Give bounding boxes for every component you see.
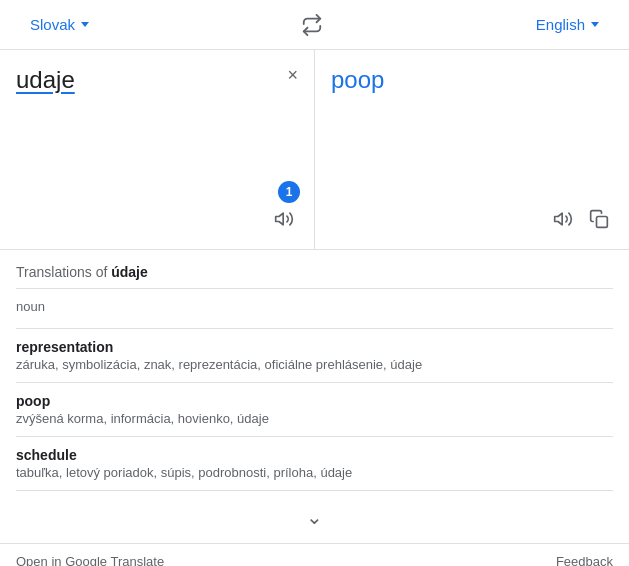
source-tts-button[interactable] — [270, 205, 298, 233]
translations-title-prefix: Translations of — [16, 264, 111, 280]
source-lang-chevron-icon — [81, 22, 89, 27]
feedback-link[interactable]: Feedback — [556, 554, 613, 566]
source-lang-button[interactable]: Slovak — [20, 10, 99, 39]
svg-rect-2 — [597, 217, 608, 228]
translations-title: Translations of údaje — [16, 250, 613, 289]
translation-synonyms-2: tabuľka, letový poriadok, súpis, podrobn… — [16, 465, 613, 480]
copy-icon — [589, 209, 609, 229]
target-lang-button[interactable]: English — [526, 10, 609, 39]
translation-entry-1: poop zvýšená korma, informácia, hovienko… — [16, 383, 613, 437]
translation-entry-0: representation záruka, symbolizácia, zna… — [16, 329, 613, 383]
speaker-icon — [553, 209, 573, 229]
target-lang-chevron-icon — [591, 22, 599, 27]
chevron-down-icon: ⌄ — [306, 506, 323, 528]
translated-text: poop — [331, 66, 613, 197]
clear-input-button[interactable]: × — [285, 64, 300, 86]
swap-languages-button[interactable] — [295, 8, 329, 42]
target-panel-icons — [331, 205, 613, 233]
part-of-speech-label: noun — [16, 299, 613, 314]
header: Slovak English — [0, 0, 629, 50]
footer: Open in Google Translate Feedback — [0, 543, 629, 566]
source-lang-label: Slovak — [30, 16, 75, 33]
translation-word-2: schedule — [16, 447, 613, 463]
translation-entry-2: schedule tabuľka, letový poriadok, súpis… — [16, 437, 613, 491]
open-google-translate-link[interactable]: Open in Google Translate — [16, 554, 164, 566]
swap-icon — [301, 14, 323, 36]
target-panel: poop — [315, 50, 629, 249]
translation-synonyms-0: záruka, symbolizácia, znak, reprezentáci… — [16, 357, 613, 372]
target-tts-button[interactable] — [549, 205, 577, 233]
part-of-speech-group: noun — [16, 289, 613, 329]
translations-title-word: údaje — [111, 264, 148, 280]
translation-word-0: representation — [16, 339, 613, 355]
copy-translation-button[interactable] — [585, 205, 613, 233]
translations-section: Translations of údaje noun representatio… — [0, 250, 629, 543]
translation-word-1: poop — [16, 393, 613, 409]
expand-translations-button[interactable]: ⌄ — [286, 501, 343, 533]
speaker-icon — [274, 209, 294, 229]
character-count-badge: 1 — [278, 181, 300, 203]
close-icon: × — [287, 65, 298, 85]
translation-synonyms-1: zvýšená korma, informácia, hovienko, úda… — [16, 411, 613, 426]
svg-marker-0 — [276, 213, 284, 225]
translation-panels: × 1 poop — [0, 50, 629, 250]
source-input[interactable] — [16, 66, 298, 197]
target-lang-label: English — [536, 16, 585, 33]
source-panel-icons — [16, 205, 298, 233]
expand-row: ⌄ — [16, 491, 613, 543]
svg-marker-1 — [555, 213, 563, 225]
source-panel: × 1 — [0, 50, 315, 249]
